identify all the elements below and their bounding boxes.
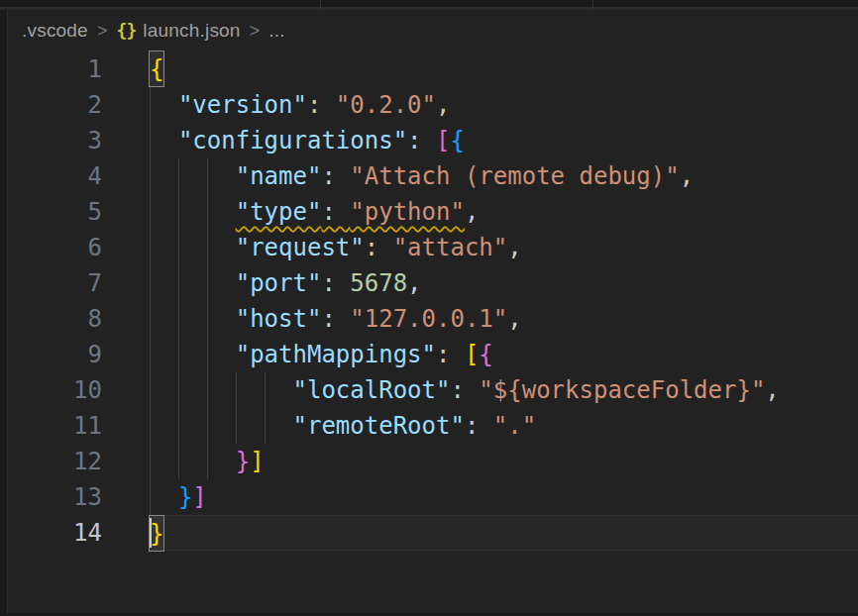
code-token: :: [450, 376, 479, 404]
workbench-body: .vscode>{}launch.json>... 1{2"version": …: [0, 10, 858, 613]
line-content[interactable]: "remoteRoot": ".": [150, 408, 858, 444]
code-token: 5678: [350, 269, 407, 297]
indent-guide: [178, 444, 179, 479]
code-line[interactable]: 3"configurations": [{: [8, 123, 858, 158]
indent-guide: [265, 372, 266, 408]
indent-guide: [178, 408, 179, 444]
indent-guide: [178, 265, 179, 301]
line-number[interactable]: 2: [8, 87, 102, 123]
code-token: "attach": [393, 234, 508, 261]
line-number[interactable]: 13: [8, 479, 102, 515]
indent-guide: [207, 230, 208, 265]
code-line[interactable]: 10"localRoot": "${workspaceFolder}",: [8, 372, 858, 408]
indent-guide: [150, 479, 151, 515]
indent-guide: [207, 408, 208, 444]
line-content[interactable]: }]: [150, 479, 858, 515]
code-token: :: [321, 305, 350, 333]
chevron-right-icon: >: [97, 21, 108, 42]
line-number[interactable]: 5: [8, 194, 102, 230]
line-number[interactable]: 4: [8, 158, 102, 194]
code-line[interactable]: 2"version": "0.2.0",: [8, 87, 858, 123]
code-token: ,: [765, 376, 779, 404]
code-text: }]: [150, 479, 207, 515]
line-number[interactable]: 8: [8, 301, 102, 337]
indent-guide: [150, 444, 151, 479]
indent-guide: [178, 194, 179, 230]
code-line[interactable]: 8"host": "127.0.0.1",: [8, 301, 858, 337]
line-content[interactable]: "pathMappings": [{: [150, 337, 858, 372]
code-line[interactable]: 7"port": 5678,: [8, 265, 858, 301]
indent-guide: [207, 194, 208, 230]
code-token: :: [321, 269, 350, 297]
indent-guide: [207, 372, 208, 408]
line-content[interactable]: "host": "127.0.0.1",: [150, 301, 858, 337]
code-line[interactable]: 6"request": "attach",: [8, 230, 858, 265]
line-content[interactable]: "port": 5678,: [150, 265, 858, 301]
line-content[interactable]: "localRoot": "${workspaceFolder}",: [150, 372, 858, 408]
indent-guide: [236, 408, 237, 444]
line-number[interactable]: 9: [8, 337, 102, 372]
tab-separator: [320, 0, 321, 10]
code-token: :: [365, 234, 393, 261]
code-token: ,: [465, 198, 479, 226]
code-token: :: [407, 127, 436, 154]
line-content[interactable]: "version": "0.2.0",: [150, 87, 858, 123]
code-token: }: [236, 448, 250, 475]
code-area[interactable]: 1{2"version": "0.2.0",3"configurations":…: [8, 51, 858, 551]
line-number[interactable]: 6: [8, 230, 102, 265]
code-line[interactable]: 4"name": "Attach (remote debug)",: [8, 158, 858, 194]
line-number[interactable]: 12: [8, 444, 102, 479]
code-line[interactable]: 13}]: [8, 479, 858, 515]
indent-guide: [150, 123, 151, 158]
line-number[interactable]: 11: [8, 408, 102, 444]
code-token: "${workspaceFolder}": [479, 376, 765, 404]
code-token: ,: [680, 162, 694, 190]
indent-guide: [265, 408, 266, 444]
line-content[interactable]: "type": "python",: [150, 194, 858, 230]
code-line[interactable]: 9"pathMappings": [{: [8, 337, 858, 372]
code-line[interactable]: 5"type": "python",: [8, 194, 858, 230]
code-token: "version": [178, 91, 307, 119]
breadcrumb-item-label: ...: [268, 20, 284, 41]
json-braces-icon: {}: [117, 20, 137, 41]
code-token: "localRoot": [292, 376, 450, 404]
code-line[interactable]: 14}: [8, 515, 858, 551]
line-number[interactable]: 3: [8, 123, 102, 158]
indent-guide: [150, 265, 151, 301]
indent-guide: [150, 194, 151, 230]
breadcrumb-item[interactable]: ...: [268, 20, 284, 42]
code-line[interactable]: 1{: [8, 51, 858, 87]
breadcrumb-item[interactable]: .vscode: [22, 20, 88, 42]
code-token: ,: [436, 91, 450, 119]
indent-guide: [150, 372, 151, 408]
code-token: "type": [236, 198, 322, 226]
line-content[interactable]: {: [150, 51, 858, 87]
code-token: "port": [236, 269, 322, 297]
line-number[interactable]: 14: [8, 515, 102, 551]
line-content[interactable]: "name": "Attach (remote debug)",: [150, 158, 858, 194]
code-line[interactable]: 12}]: [8, 444, 858, 479]
text-cursor: [150, 518, 152, 548]
indent-guide: [150, 408, 151, 444]
line-number[interactable]: 10: [8, 372, 102, 408]
code-text: "host": "127.0.0.1",: [150, 301, 522, 337]
code-token: "127.0.0.1": [350, 305, 507, 333]
code-token: ".": [493, 412, 536, 440]
code-text: "localRoot": "${workspaceFolder}",: [150, 372, 780, 408]
code-token: :: [321, 198, 350, 226]
code-token: "0.2.0": [336, 91, 436, 119]
line-content[interactable]: "request": "attach",: [150, 230, 858, 265]
code-text: "request": "attach",: [150, 230, 522, 265]
code-token: "name": [236, 162, 322, 190]
line-content[interactable]: "configurations": [{: [150, 123, 858, 158]
line-number[interactable]: 1: [8, 51, 102, 87]
sidebar-edge: [0, 10, 8, 613]
code-line[interactable]: 11"remoteRoot": ".": [8, 408, 858, 444]
line-content[interactable]: }]: [150, 444, 858, 479]
line-content[interactable]: }: [150, 515, 858, 551]
code-text: "pathMappings": [{: [150, 337, 493, 372]
code-token: :: [436, 341, 465, 368]
code-token: [: [436, 127, 450, 154]
line-number[interactable]: 7: [8, 265, 102, 301]
breadcrumb-item[interactable]: {}launch.json: [117, 20, 241, 42]
